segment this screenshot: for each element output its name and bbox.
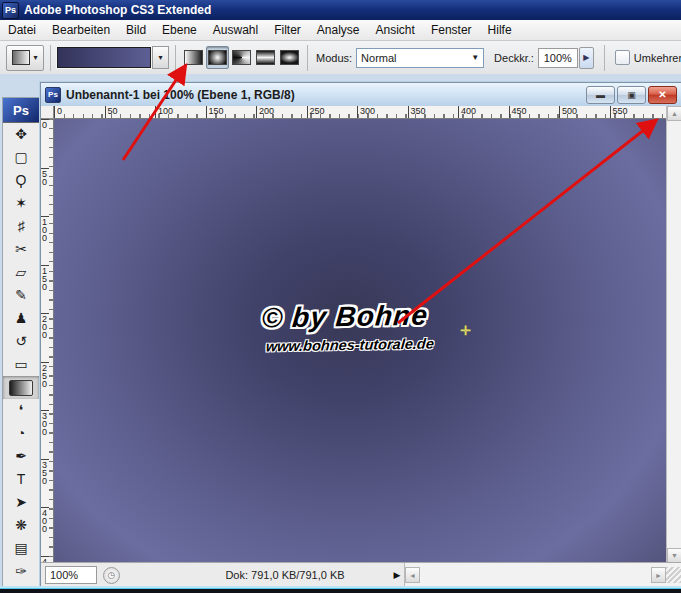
ruler-label: 350 [408, 106, 459, 118]
arrow-right-icon: ► [655, 572, 662, 579]
gradient-linear-button[interactable] [182, 46, 205, 69]
ruler-label: 250 [307, 106, 358, 118]
tool-icon: ✎ [15, 287, 27, 303]
tool-icon: ❛ [19, 402, 24, 418]
gradient-angle-button[interactable] [230, 46, 253, 69]
opacity-field[interactable]: 100% [538, 48, 578, 68]
scroll-left-button[interactable]: ◄ [405, 567, 420, 583]
move-tool[interactable]: ✥ [3, 123, 39, 146]
menu-item[interactable]: Bearbeiten [44, 21, 118, 40]
gradient-preview-well[interactable] [57, 47, 151, 68]
tool-icon: ▱ [16, 264, 27, 280]
slice-tool[interactable]: ✂ [3, 238, 39, 261]
tool-icon: T [17, 471, 26, 487]
document-window: Ps Unbenannt-1 bei 100% (Ebene 1, RGB/8)… [40, 82, 681, 588]
blend-mode-select[interactable]: Normal ▼ [356, 48, 484, 68]
tool-list: ✥▢Ϙ✶♯✂▱✎♟↺▭❛◔✒T➤❋▤✑✥ [3, 123, 39, 593]
tool-icon: ➤ [15, 494, 27, 510]
zoom-level-value: 100% [50, 569, 78, 581]
brush-tool[interactable]: ✎ [3, 284, 39, 307]
menu-item[interactable]: Hilfe [480, 21, 520, 40]
menu-item[interactable]: Bild [118, 21, 154, 40]
menu-item[interactable]: Auswahl [205, 21, 266, 40]
doc-maximize-button[interactable]: ▣ [617, 86, 646, 104]
path-selection-tool[interactable]: ➤ [3, 491, 39, 514]
tool-icon: Ϙ [16, 172, 27, 188]
ruler-label: 50 [41, 168, 49, 217]
horizontal-scrollbar[interactable]: ◄ ► [404, 563, 681, 587]
gradient-type-buttons [182, 46, 301, 69]
tool-icon: ▢ [14, 149, 27, 165]
opacity-value: 100% [544, 52, 572, 64]
gradient-tool-icon [9, 380, 33, 396]
ruler-label: 0 [54, 106, 105, 118]
gradient-type-icon [184, 50, 203, 65]
document-titlebar[interactable]: Ps Unbenannt-1 bei 100% (Ebene 1, RGB/8)… [41, 83, 681, 107]
chevron-right-icon: ▶ [583, 53, 589, 62]
crop-tool[interactable]: ♯ [3, 215, 39, 238]
watermark-text: © by Bohne [260, 300, 429, 335]
vertical-scrollbar[interactable]: ▲ ▼ [666, 106, 681, 563]
document-file-icon: Ps [45, 87, 61, 103]
photoshop-app-icon: Ps [2, 2, 19, 19]
resize-grip[interactable] [666, 567, 681, 583]
scroll-up-button[interactable]: ▲ [667, 106, 681, 121]
minimize-icon: ▬ [596, 90, 605, 100]
blur-tool[interactable]: ❛ [3, 399, 39, 422]
menu-item[interactable]: Ebene [154, 21, 205, 40]
umkehren-checkbox[interactable] [615, 50, 630, 65]
custom-shape-tool[interactable]: ❋ [3, 514, 39, 537]
history-brush-tool[interactable]: ↺ [3, 330, 39, 353]
menu-item[interactable]: Analyse [309, 21, 368, 40]
menu-item[interactable]: Filter [266, 21, 309, 40]
chevron-down-icon: ▼ [471, 53, 479, 62]
opacity-slider-button[interactable]: ▶ [579, 47, 594, 69]
lasso-tool[interactable]: Ϙ [3, 169, 39, 192]
status-menu-button[interactable]: ▶ [390, 570, 404, 580]
tool-icon: ✥ [15, 126, 27, 142]
tool-icon: ▤ [14, 540, 27, 556]
gradient-radial-button[interactable] [206, 46, 229, 69]
clone-stamp-tool[interactable]: ♟ [3, 307, 39, 330]
eyedropper-tool[interactable]: ✑ [3, 560, 39, 583]
healing-brush-tool[interactable]: ▱ [3, 261, 39, 284]
crosshair-cursor-icon: ✛ [460, 323, 471, 338]
ruler-label: 200 [41, 313, 49, 362]
menu-item[interactable]: Fenster [423, 21, 480, 40]
opacity-label: Deckkr.: [494, 52, 534, 64]
chevron-down-icon: ▾ [33, 53, 37, 62]
gradient-diamond-button[interactable] [278, 46, 301, 69]
gradient-picker-open-button[interactable]: ▾ [152, 46, 169, 69]
gradient-type-icon [208, 50, 227, 65]
marquee-tool[interactable]: ▢ [3, 146, 39, 169]
ruler-label: 500 [559, 106, 610, 118]
scroll-down-button[interactable]: ▼ [667, 548, 681, 563]
type-tool[interactable]: T [3, 468, 39, 491]
menubar: DateiBearbeitenBildEbeneAuswahlFilterAna… [0, 20, 681, 41]
tool-icon: ♯ [18, 218, 25, 234]
pen-tool[interactable]: ✒ [3, 445, 39, 468]
tool-icon: ✶ [15, 195, 27, 211]
gradient-type-icon [256, 50, 275, 65]
dodge-tool[interactable]: ◔ [3, 422, 39, 445]
ruler-label: 400 [41, 507, 49, 556]
canvas[interactable]: © by Bohne www.bohnes-tutorale.de ✛ [54, 119, 666, 563]
vertical-ruler: 050100150200250300350400450 [41, 119, 54, 563]
eraser-tool[interactable]: ▭ [3, 353, 39, 376]
gradient-tool-preset-button[interactable]: ▾ [6, 45, 44, 71]
gradient-reflected-button[interactable] [254, 46, 277, 69]
doc-minimize-button[interactable]: ▬ [586, 86, 615, 104]
menu-item[interactable]: Datei [0, 21, 44, 40]
desktop-edge [0, 586, 681, 593]
close-icon: ✕ [658, 89, 666, 100]
menu-item[interactable]: Ansicht [368, 21, 423, 40]
zoom-level-field[interactable]: 100% [45, 566, 97, 584]
arrow-left-icon: ◄ [409, 572, 416, 579]
scroll-right-button[interactable]: ► [651, 567, 666, 583]
gradient-tool[interactable] [3, 376, 39, 399]
magic-wand-tool[interactable]: ✶ [3, 192, 39, 215]
doc-close-button[interactable]: ✕ [648, 86, 677, 104]
notes-tool[interactable]: ▤ [3, 537, 39, 560]
tool-icon: ✒ [15, 448, 27, 464]
arrow-right-icon: ▶ [394, 570, 401, 580]
